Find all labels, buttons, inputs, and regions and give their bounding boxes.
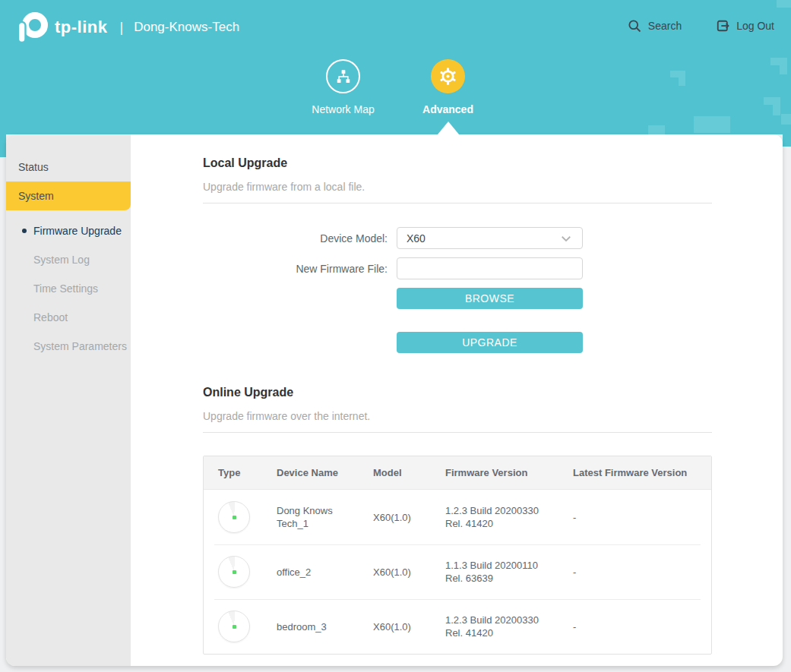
brand-name: tp-link <box>55 17 108 37</box>
content-area: Local Upgrade Upgrade firmware from a lo… <box>203 134 712 655</box>
deco-shape <box>648 125 665 134</box>
device-firmware-table: Type Device Name Model Firmware Version … <box>203 456 712 655</box>
table-row: bedroom_3 X60(1.0) 1.2.3 Build 20200330 … <box>204 599 711 654</box>
firmware-version: 1.2.3 Build 20200330 Rel. 41420 <box>431 504 558 530</box>
device-model: X60(1.0) <box>359 566 431 579</box>
main-panel: Status System Firmware Upgrade System Lo… <box>6 134 783 666</box>
device-name: bedroom_3 <box>262 620 359 633</box>
firmware-version: 1.1.3 Build 20200110 Rel. 63639 <box>431 559 558 585</box>
deco-device-icon <box>218 556 250 588</box>
sidebar-item-time-settings[interactable]: Time Settings <box>6 274 131 303</box>
divider <box>203 432 712 433</box>
chevron-down-icon <box>559 232 573 245</box>
search-button[interactable]: Search <box>627 18 682 33</box>
logout-button[interactable]: Log Out <box>715 18 774 33</box>
column-header-device-name: Device Name <box>262 467 359 478</box>
logout-icon <box>715 18 730 33</box>
gear-icon <box>438 67 457 86</box>
active-bullet <box>22 229 27 233</box>
search-label: Search <box>648 20 682 32</box>
sidebar: Status System Firmware Upgrade System Lo… <box>6 134 131 666</box>
deco-shape <box>777 0 791 8</box>
latest-firmware-version: - <box>558 620 711 633</box>
column-header-type: Type <box>204 467 262 478</box>
deco-shape <box>0 134 6 157</box>
divider <box>203 203 712 203</box>
deco-shape <box>781 114 791 125</box>
tab-advanced-label: Advanced <box>422 103 473 115</box>
local-upgrade-title: Local Upgrade <box>203 156 712 171</box>
deco-device-icon <box>218 610 250 642</box>
local-upgrade-subtitle: Upgrade firmware from a local file. <box>203 181 712 192</box>
latest-firmware-version: - <box>558 511 711 524</box>
tab-network-map[interactable]: Network Map <box>298 59 389 115</box>
sidebar-item-system[interactable]: System <box>6 181 131 210</box>
logout-label: Log Out <box>736 20 774 32</box>
system-submenu: Firmware Upgrade System Log Time Setting… <box>6 216 131 361</box>
sidebar-item-firmware-upgrade[interactable]: Firmware Upgrade <box>6 216 131 245</box>
browse-button[interactable]: BROWSE <box>397 288 583 309</box>
table-row: Dong Knows Tech_1 X60(1.0) 1.2.3 Build 2… <box>204 490 711 544</box>
search-icon <box>627 18 642 33</box>
device-model-select[interactable]: X60 <box>397 227 583 249</box>
upgrade-button[interactable]: UPGRADE <box>397 332 583 353</box>
brand-area: tp-link | Dong-Knows-Tech <box>14 9 239 46</box>
sidebar-item-status[interactable]: Status <box>6 153 131 181</box>
device-name: Dong Knows Tech_1 <box>262 504 359 530</box>
network-map-icon <box>335 68 352 85</box>
device-model-label: Device Model: <box>203 232 397 245</box>
tab-network-map-label: Network Map <box>312 103 374 115</box>
sidebar-item-label: Firmware Upgrade <box>33 225 122 237</box>
brand-separator: | <box>120 20 124 36</box>
deco-shape <box>694 116 730 133</box>
page-title: Dong-Knows-Tech <box>134 20 239 35</box>
latest-firmware-version: - <box>558 566 711 579</box>
column-header-firmware-version: Firmware Version <box>431 467 558 478</box>
tab-advanced[interactable]: Advanced <box>403 59 494 115</box>
active-tab-pointer <box>438 121 459 134</box>
main-nav: Network Map Advanced <box>0 59 791 115</box>
firmware-file-input[interactable] <box>397 257 583 279</box>
tplink-logo <box>14 9 49 46</box>
online-upgrade-title: Online Upgrade <box>203 385 712 400</box>
online-upgrade-subtitle: Upgrade firmware over the internet. <box>203 411 712 421</box>
column-header-latest-firmware-version: Latest Firmware Version <box>558 467 711 478</box>
sidebar-item-system-log[interactable]: System Log <box>6 245 131 274</box>
device-model: X60(1.0) <box>359 511 431 524</box>
deco-shape <box>783 134 791 147</box>
sidebar-item-reboot[interactable]: Reboot <box>6 303 131 332</box>
app-header: tp-link | Dong-Knows-Tech Search Log Out <box>0 0 791 134</box>
firmware-file-label: New Firmware File: <box>203 263 397 275</box>
table-header: Type Device Name Model Firmware Version … <box>204 456 711 490</box>
table-row: office_2 X60(1.0) 1.1.3 Build 20200110 R… <box>204 544 711 599</box>
deco-device-icon <box>218 501 250 533</box>
firmware-version: 1.2.3 Build 20200330 Rel. 41420 <box>431 614 558 639</box>
column-header-model: Model <box>359 467 431 478</box>
device-name: office_2 <box>262 566 359 579</box>
sidebar-item-system-parameters[interactable]: System Parameters <box>6 332 131 361</box>
device-model-value: X60 <box>407 232 426 245</box>
local-upgrade-form: Device Model: X60 New Firmware File: BRO… <box>203 227 712 353</box>
device-model: X60(1.0) <box>359 620 431 633</box>
